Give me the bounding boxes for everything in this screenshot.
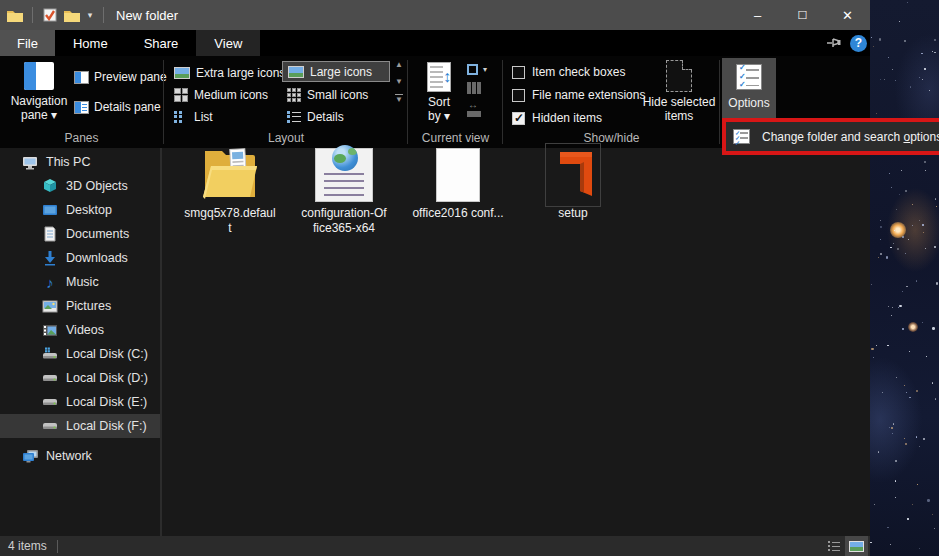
ribbon-aux-controls: ?	[826, 30, 867, 56]
tab-view[interactable]: View	[196, 30, 260, 56]
small-icons-button[interactable]: Small icons	[282, 84, 373, 105]
sidebar-item-label: Videos	[66, 323, 104, 337]
item-check-boxes-label: Item check boxes	[532, 65, 625, 79]
extra-large-icons-icon	[174, 67, 190, 79]
sidebar-item-music[interactable]: ♪ Music	[0, 270, 160, 294]
details-view-toggle-icon	[828, 540, 840, 552]
group-by-icon	[467, 64, 478, 75]
file-item-office2016-conf[interactable]: office2016 conf...	[400, 148, 516, 221]
gallery-scroll-up[interactable]: ▲	[395, 60, 403, 69]
layout-group-label: Layout	[165, 131, 407, 145]
options-icon	[736, 64, 762, 90]
size-columns-button[interactable]	[467, 105, 487, 117]
navigation-pane-button[interactable]: Navigation pane ▾	[10, 62, 68, 122]
sidebar-item-local-disk-e[interactable]: Local Disk (E:)	[0, 390, 160, 414]
help-icon[interactable]: ?	[850, 35, 867, 52]
sidebar-item-label: Pictures	[66, 299, 111, 313]
layout-gallery-scroll: ▲ ▼ ▼	[393, 60, 405, 104]
large-icons-button[interactable]: Large icons	[282, 61, 390, 82]
add-columns-icon	[467, 82, 481, 94]
ribbon-group-panes: Navigation pane ▾ Preview pane Details p…	[0, 56, 163, 148]
minimize-button[interactable]: –	[735, 0, 780, 30]
extra-large-icons-button[interactable]: Extra large icons	[169, 62, 290, 83]
video-icon	[42, 322, 58, 338]
ribbon-divider	[163, 60, 164, 144]
pc-icon	[22, 154, 38, 170]
file-item-folder[interactable]: smgq5x78.defaul t	[172, 148, 288, 236]
gallery-scroll-down[interactable]: ▼	[395, 77, 403, 86]
sidebar-item-label: Local Disk (C:)	[66, 347, 148, 361]
sidebar-item-downloads[interactable]: Downloads	[0, 246, 160, 270]
sidebar-item-videos[interactable]: Videos	[0, 318, 160, 342]
ribbon-divider	[407, 60, 408, 144]
sidebar-item-documents[interactable]: Documents	[0, 222, 160, 246]
new-folder-quick-icon[interactable]	[61, 3, 83, 27]
download-arrow-icon	[42, 250, 58, 266]
details-view-button[interactable]: Details	[282, 106, 349, 127]
sidebar-item-this-pc[interactable]: This PC	[0, 150, 160, 174]
details-view-label: Details	[307, 110, 344, 124]
maximize-button[interactable]: ☐	[780, 0, 825, 30]
sidebar-item-label: Downloads	[66, 251, 128, 265]
tab-home[interactable]: Home	[55, 30, 126, 56]
medium-icons-button[interactable]: Medium icons	[169, 84, 273, 105]
folder-options-menu-icon	[733, 129, 750, 144]
small-icons-label: Small icons	[307, 88, 368, 102]
large-icons-icon	[288, 66, 304, 78]
sidebar-item-label: Desktop	[66, 203, 112, 217]
disk-icon	[42, 394, 58, 410]
file-name-extensions-label: File name extensions	[532, 88, 645, 102]
qat-dropdown-caret[interactable]: ▾	[83, 3, 97, 27]
hidden-items-checkbox[interactable]: Hidden items	[512, 110, 602, 126]
explorer-window: ▾ New folder – ☐ ✕ File Home Share View …	[0, 0, 939, 556]
thumbnail-view-toggle[interactable]	[845, 536, 868, 556]
details-view-toggle[interactable]	[822, 536, 845, 556]
sidebar-item-desktop[interactable]: Desktop	[0, 198, 160, 222]
disk-icon	[42, 418, 58, 434]
sidebar-item-local-disk-c[interactable]: Local Disk (C:)	[0, 342, 160, 366]
sidebar-item-network[interactable]: Network	[0, 444, 160, 468]
preview-pane-button[interactable]: Preview pane	[74, 70, 167, 84]
sort-by-button[interactable]: Sort by ▾	[421, 62, 457, 123]
properties-quick-icon[interactable]	[39, 3, 61, 27]
sidebar-item-pictures[interactable]: Pictures	[0, 294, 160, 318]
medium-icons-icon	[174, 88, 188, 102]
list-button[interactable]: List	[169, 106, 218, 127]
tab-share[interactable]: Share	[126, 30, 197, 56]
file-item-setup[interactable]: setup	[515, 148, 631, 221]
sidebar-item-3d-objects[interactable]: 3D Objects	[0, 174, 160, 198]
file-item-configuration[interactable]: configuration-Of fice365-x64	[286, 148, 402, 236]
statusbar-divider	[57, 540, 58, 553]
gallery-more-button[interactable]: ▼	[395, 94, 403, 104]
pin-ribbon-icon[interactable]	[826, 37, 842, 49]
file-name-extensions-checkbox[interactable]: File name extensions	[512, 87, 645, 103]
checkbox-checked-icon	[512, 112, 525, 125]
tab-file[interactable]: File	[0, 30, 55, 56]
window-controls: – ☐ ✕	[735, 0, 870, 30]
details-pane-button[interactable]: Details pane	[74, 100, 161, 114]
sidebar-item-label: Music	[66, 275, 99, 289]
sidebar-item-local-disk-d[interactable]: Local Disk (D:)	[0, 366, 160, 390]
panes-group-label: Panes	[0, 131, 163, 145]
current-view-group-label: Current view	[409, 131, 502, 145]
sidebar-item-label: 3D Objects	[66, 179, 128, 193]
picture-icon	[42, 298, 58, 314]
preview-pane-icon	[74, 71, 89, 84]
add-columns-button[interactable]	[467, 82, 487, 94]
small-bright-star	[908, 322, 918, 332]
close-button[interactable]: ✕	[825, 0, 870, 30]
list-label: List	[194, 110, 213, 124]
group-by-button[interactable]: ▾	[467, 64, 487, 75]
navigation-pane-label: Navigation pane ▾	[11, 94, 68, 122]
thumbnail-view-toggle-icon	[849, 541, 864, 552]
ribbon-divider	[502, 60, 503, 144]
sidebar-item-label: Local Disk (F:)	[66, 419, 147, 433]
file-name: configuration-Of fice365-x64	[301, 206, 386, 236]
status-bar: 4 items	[0, 536, 870, 556]
hide-selected-items-button[interactable]: Hide selected items	[642, 60, 716, 123]
item-check-boxes-checkbox[interactable]: Item check boxes	[512, 64, 625, 80]
change-folder-options-menu-item[interactable]: Change folder and search options	[762, 130, 939, 144]
file-name: smgq5x78.defaul t	[184, 206, 275, 236]
item-count: 4 items	[8, 539, 47, 553]
sidebar-item-local-disk-f[interactable]: Local Disk (F:)	[0, 414, 160, 438]
